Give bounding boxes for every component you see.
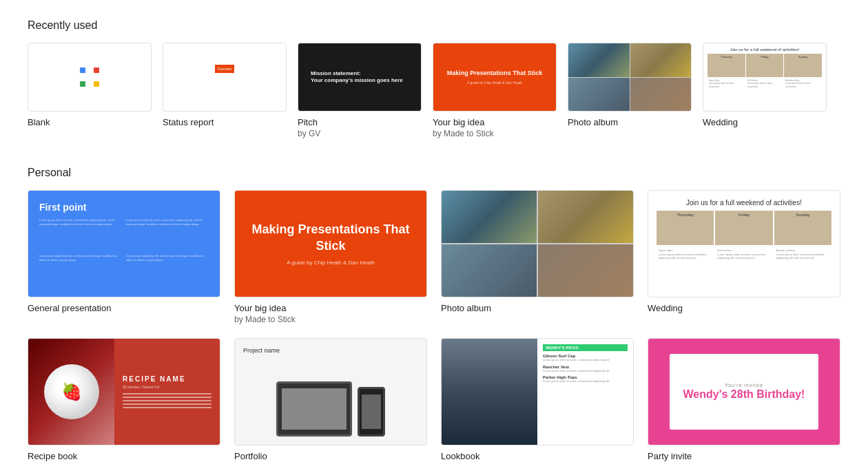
general-body: Lorem ipsum dolor sit amet, consectetur …	[39, 218, 209, 286]
bigidea2-thumb: Making Presentations That Stick A guide …	[234, 190, 427, 297]
party-thumb: You're invited Wendy's 28th Birthday!	[648, 338, 840, 445]
template-bigidea-thumb: Making Presentations That Stick A guide …	[433, 43, 557, 112]
recipe-line-2	[123, 397, 211, 398]
recently-used-title: Recently used	[28, 19, 840, 32]
template-portfolio[interactable]: Project name Portfolio	[234, 338, 427, 461]
recently-used-section: Recently used Blank Overview	[28, 19, 840, 138]
template-wedding[interactable]: Join us for a full weekend of activities…	[703, 43, 827, 138]
personal-section: Personal First point Lorem ipsum dolor s…	[28, 167, 840, 461]
status-orange-bar: Overview	[215, 65, 235, 73]
template-your-big-idea-personal[interactable]: Making Presentations That Stick A guide …	[234, 190, 427, 324]
recipe-right: RECIPE NAME 30 minutes • Serves 4-6	[114, 339, 220, 445]
template-wedding-label: Wedding	[703, 117, 827, 127]
recipe-label: Recipe book	[28, 451, 220, 461]
portfolio-label: Portfolio	[234, 451, 427, 461]
recipe-details: 30 minutes • Serves 4-6	[123, 385, 211, 389]
recipe-bowl: 🍓	[44, 364, 99, 419]
photoalbum-grid	[568, 43, 691, 111]
portfolio-content: Project name	[235, 339, 426, 445]
section-divider	[28, 160, 840, 161]
portfolio-devices	[243, 358, 418, 437]
wedding-col3: Sunday	[784, 54, 822, 77]
party-invited: You're invited	[725, 383, 763, 388]
lookbook-label: Lookbook	[441, 451, 634, 461]
wedding-item3: Brunch at NoonLorem ipsum dolor sit amet…	[784, 78, 822, 107]
general-title: First point	[39, 202, 209, 213]
recipe-line-4	[123, 403, 211, 405]
wedding2-title: Join us for a full weekend of activities…	[657, 199, 831, 207]
lookbook-desc3: Lorem ipsum dolor sit amet, consectetur …	[543, 379, 628, 383]
personal-title: Personal	[28, 167, 840, 179]
portfolio-phone	[358, 387, 385, 437]
photo2-bridge	[442, 191, 537, 243]
personal-grid: First point Lorem ipsum dolor sit amet, …	[28, 190, 840, 461]
lookbook-right: WENDY'S PICKS Gibson Surf Cap Lorem ipsu…	[537, 339, 633, 445]
wedding2-col1: Thursday	[657, 211, 714, 245]
template-blank-thumb	[28, 43, 152, 112]
lookbook-content: WENDY'S PICKS Gibson Surf Cap Lorem ipsu…	[442, 339, 633, 445]
wedding2-col2: Friday	[715, 211, 772, 245]
photo-bridge	[568, 43, 630, 77]
lookbook-brand: WENDY'S PICKS	[543, 344, 628, 351]
wedding2-col3: Sunday	[774, 211, 831, 245]
template-status-thumb: Overview	[163, 43, 287, 112]
pitch-content: Mission statement:Your company's mission…	[304, 49, 415, 105]
party-content: You're invited Wendy's 28th Birthday!	[648, 339, 840, 445]
general-text-1: Lorem ipsum dolor sit amet, consectetur …	[39, 218, 122, 250]
photo-interior	[630, 78, 692, 112]
template-pitch-thumb: Mission statement:Your company's mission…	[298, 43, 422, 112]
portfolio-tablet	[276, 381, 352, 437]
recipe-left: 🍓	[28, 339, 114, 445]
photo-leaves	[630, 43, 692, 77]
bigidea-sub: A guide by Chip Heath & Dan Heath	[467, 81, 522, 85]
lookbook-item3-group: Parker High-Tops Lorem ipsum dolor sit a…	[543, 375, 628, 383]
template-photo-album[interactable]: Photo album	[568, 43, 692, 138]
portfolio-phone-screen	[362, 395, 380, 429]
bigidea2-sub: A guide by Chip Heath & Dan Heath	[287, 260, 375, 266]
wedding-title: Join us for a full weekend of activities…	[730, 48, 800, 52]
lookbook-desc1: Lorem ipsum dolor sit amet, consectetur …	[543, 358, 628, 362]
general-content: First point Lorem ipsum dolor sit amet, …	[28, 191, 220, 297]
template-status-label: Status report	[163, 117, 287, 127]
lookbook-thumb: WENDY'S PICKS Gibson Surf Cap Lorem ipsu…	[441, 338, 634, 445]
recipe-line-3	[123, 400, 211, 401]
template-status-report[interactable]: Overview Status report	[163, 43, 287, 138]
general-thumb: First point Lorem ipsum dolor sit amet, …	[28, 190, 220, 297]
template-photo-album-personal[interactable]: Photo album	[441, 190, 634, 324]
recipe-line-1	[123, 393, 211, 395]
template-photoalbum-label: Photo album	[568, 117, 692, 127]
portfolio-title: Project name	[243, 347, 418, 354]
party-inner: You're invited Wendy's 28th Birthday!	[670, 354, 818, 430]
template-pitch-sublabel: by GV	[298, 129, 422, 138]
wedding2-item3: Brunch at NoonLorem ipsum dolor sit amet…	[774, 246, 831, 288]
template-pitch[interactable]: Mission statement:Your company's mission…	[298, 43, 422, 138]
party-name: Wendy's 28th Birthday!	[683, 388, 805, 401]
general-text-3: Consectetur adipiscing elit, sed do eius…	[39, 254, 122, 286]
wedding2-item1: Spa at 3pmLorem ipsum dolor sit amet con…	[657, 246, 714, 288]
lookbook-desc2: Lorem ipsum dolor sit amet, consectetur …	[543, 369, 628, 373]
bigidea-title: Making Presentations That Stick	[447, 70, 543, 78]
wedding2-thumb: Join us for a full weekend of activities…	[648, 190, 840, 297]
party-label: Party invite	[648, 451, 840, 461]
google-plus-icon	[80, 67, 99, 87]
recipe-thumb: 🍓 RECIPE NAME 30 minutes • Serves 4-6	[28, 338, 220, 445]
wedding-col2: Friday	[746, 54, 784, 77]
wedding2-content: Join us for a full weekend of activities…	[648, 191, 840, 297]
portfolio-screen	[282, 388, 347, 429]
lookbook-item2-group: Rancher Vest Lorem ipsum dolor sit amet,…	[543, 365, 628, 373]
template-wedding-personal[interactable]: Join us for a full weekend of activities…	[648, 190, 840, 324]
template-photoalbum-thumb	[568, 43, 692, 112]
template-blank[interactable]: Blank	[28, 43, 152, 138]
photo2-fog	[442, 244, 537, 297]
pitch-title: Mission statement:Your company's mission…	[311, 70, 409, 85]
bigidea2-label: Your big idea	[234, 303, 427, 313]
template-blank-label: Blank	[28, 117, 152, 127]
template-lookbook[interactable]: WENDY'S PICKS Gibson Surf Cap Lorem ipsu…	[441, 338, 634, 461]
lookbook-left	[442, 339, 537, 445]
wedding-item1: Spa at 3pmLorem ipsum dolor sit amet con…	[707, 78, 745, 107]
template-your-big-idea[interactable]: Making Presentations That Stick A guide …	[433, 43, 557, 138]
template-recipe-book[interactable]: 🍓 RECIPE NAME 30 minutes • Serves 4-6	[28, 338, 220, 461]
template-party-invite[interactable]: You're invited Wendy's 28th Birthday! Pa…	[648, 338, 840, 461]
template-wedding-thumb: Join us for a full weekend of activities…	[703, 43, 827, 112]
template-general-presentation[interactable]: First point Lorem ipsum dolor sit amet, …	[28, 190, 220, 324]
